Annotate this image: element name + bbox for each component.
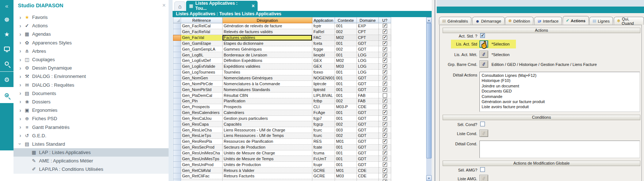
cell-contexte[interactable]: 003 — [335, 127, 357, 133]
cell-reference[interactable]: Gen_ResLieTps — [181, 133, 223, 139]
cell-reference[interactable]: Gen_ResSecProd — [181, 145, 223, 150]
table-row[interactable]: Gen_PlaDemCal Résultat CBN LIPLBIVAL 001… — [173, 93, 392, 98]
chevron-right-icon[interactable] — [17, 116, 23, 122]
table-row[interactable]: Gen_ResLieTps Liens Ressources - UM de T… — [173, 133, 392, 139]
cell-designation[interactable]: Nomenclatures à la Commande — [223, 81, 312, 87]
used-checkbox[interactable] — [383, 174, 387, 178]
cell-reference[interactable] — [181, 179, 223, 181]
cell-designation[interactable]: Génération de relevés de facture — [223, 23, 312, 29]
tree-item[interactable]: ⋔ Arbres — [14, 47, 169, 55]
cell-domaine[interactable]: GDT — [357, 150, 379, 156]
row-selector[interactable] — [173, 104, 181, 110]
cell-domaine[interactable] — [357, 179, 379, 181]
table-row[interactable]: Gen_ResSecProd Secteurs de Production fc… — [173, 145, 392, 150]
row-selector[interactable] — [173, 133, 181, 139]
cell-contexte[interactable]: M03-P — [335, 104, 357, 110]
used-checkbox[interactable] — [383, 53, 387, 57]
table-row[interactable]: Gen_LogEvtDef Définition Expéditions GEX… — [173, 58, 392, 64]
cell-used[interactable] — [379, 173, 391, 179]
cell-reference[interactable]: Gen_ResLieCha — [181, 127, 223, 133]
cell-designation[interactable]: Unités de Mesure de Charge — [223, 150, 312, 156]
cell-designation[interactable]: Définition Expéditions — [223, 58, 312, 64]
rail-favorites-button[interactable]: ★ — [0, 27, 14, 42]
cell-contexte[interactable]: 001 — [335, 162, 357, 168]
table-row[interactable]: Gen_GamGenpLA Gammes Génériques fcgge 00… — [173, 46, 392, 52]
table-row[interactable]: Gen_Prospects Prospects CLI M03-P CDE — [173, 104, 392, 110]
row-selector[interactable] — [173, 70, 181, 75]
column-header-reference[interactable]: Référence — [181, 17, 223, 23]
row-selector[interactable] — [173, 173, 181, 179]
table-row[interactable]: Gen_RetCliAVal Retours à Valider GCRE M0… — [173, 168, 392, 173]
column-header-domaine[interactable]: Domaine — [357, 17, 379, 23]
table-row[interactable]: Gen_ResCalendriers Calendriers FcAge 001… — [173, 110, 392, 116]
cell-contexte[interactable]: 001 — [335, 150, 357, 156]
grid-vertical-scrollbar[interactable]: ▲ ▼ — [426, 17, 432, 181]
cell-reference[interactable]: Gen_NomPtrStd — [181, 87, 223, 93]
row-selector[interactable] — [173, 75, 181, 81]
cell-designation[interactable]: Expéditions validées — [223, 64, 312, 70]
cell-used[interactable] — [379, 46, 391, 52]
cell-contexte[interactable]: 002 — [335, 121, 357, 127]
properties-tab[interactable]: ▤ Généralités — [439, 17, 471, 25]
properties-tab[interactable]: ☸ Définition — [505, 17, 534, 25]
cell-contexte[interactable] — [335, 179, 357, 181]
used-checkbox[interactable] — [383, 35, 387, 40]
chevron-right-icon[interactable] — [17, 141, 23, 147]
cell-reference[interactable]: Gen_LogEvtDef — [181, 58, 223, 64]
tree-item[interactable]: ◫ Couplages — [14, 55, 169, 64]
cell-application[interactable]: FAC — [312, 35, 335, 41]
cell-reference[interactable]: Gen_RetCliAVal — [181, 168, 223, 173]
table-row[interactable]: Gen_FacRelCal Génération de relevés de f… — [173, 23, 392, 29]
cell-contexte[interactable]: 002 — [335, 29, 357, 35]
cell-reference[interactable]: Gen_GamGenpLA — [181, 46, 223, 52]
cell-used[interactable] — [379, 52, 391, 58]
cell-designation[interactable]: Retours Facturés — [223, 173, 312, 179]
cell-domaine[interactable]: FAB — [357, 98, 379, 104]
row-selector[interactable] — [173, 52, 181, 58]
cell-reference[interactable]: Gen_PlaDemCal — [181, 93, 223, 98]
document-tab[interactable]: ▦ Listes Applicatives : Tou... × — [186, 1, 258, 11]
used-checkbox[interactable] — [383, 76, 387, 80]
used-checkbox[interactable] — [383, 116, 387, 121]
cell-used[interactable] — [379, 104, 391, 110]
cell-domaine[interactable]: CDE — [357, 168, 379, 173]
cell-reference[interactable]: Gen_FacRelVal — [181, 29, 223, 35]
table-row[interactable]: Gen_NomGen Nomenclatures Génériques NOGE… — [173, 75, 392, 81]
rail-screens-button[interactable] — [0, 42, 14, 56]
cell-application[interactable]: fcuma — [312, 150, 335, 156]
used-checkbox[interactable] — [383, 145, 387, 149]
cell-designation[interactable]: Capacités — [223, 121, 312, 127]
used-checkbox[interactable] — [383, 70, 387, 74]
select-all-corner[interactable] — [173, 17, 181, 23]
cell-reference[interactable]: Gen_FacRelCal — [181, 23, 223, 29]
cell-used[interactable] — [379, 58, 391, 64]
column-header-contexte[interactable]: Contexte — [335, 17, 357, 23]
used-checkbox[interactable] — [383, 162, 387, 167]
table-row[interactable]: Gen_ResResPla Ressources de Planificatio… — [173, 139, 392, 145]
cell-application[interactable]: fcurc — [312, 127, 335, 133]
cell-domaine[interactable]: GDT — [357, 127, 379, 133]
cell-reference[interactable]: Gen_Pln — [181, 98, 223, 104]
cell-reference[interactable]: Gen_ResUniMesTps — [181, 156, 223, 162]
cell-designation[interactable]: Relevés de factures validés — [223, 29, 312, 35]
column-header-application[interactable]: Application — [312, 17, 335, 23]
rail-settings-button[interactable]: ⚙ — [0, 72, 14, 87]
table-row[interactable]: Gen_NomPtrStd Nomenclatures Standards li… — [173, 87, 392, 93]
cell-domaine[interactable]: LOG — [357, 70, 379, 75]
cell-domaine[interactable]: GDT — [357, 75, 379, 81]
row-selector[interactable] — [173, 41, 181, 47]
lis-act-met-select-button[interactable]: ✐ — [479, 51, 488, 58]
tree-item[interactable]: ✓ Actions — [14, 21, 169, 30]
cell-contexte[interactable]: 001 — [335, 41, 357, 47]
tree-item[interactable]: ⚒ DIALOG : Environnement — [14, 72, 169, 80]
used-checkbox[interactable] — [383, 41, 387, 46]
detail-actions-box[interactable]: Consultation Lignes (Maj+F12)Historique … — [479, 72, 640, 112]
cell-application[interactable]: GCRE — [312, 168, 335, 173]
row-selector[interactable] — [173, 139, 181, 145]
chevron-right-icon[interactable] — [17, 124, 23, 130]
cell-designation[interactable]: Calendriers — [223, 110, 312, 116]
cell-application[interactable]: CLI — [312, 104, 335, 110]
tree-item[interactable]: ✿ Apparences Styles — [14, 39, 169, 47]
cell-application[interactable]: FcAge — [312, 110, 335, 116]
cell-used[interactable] — [379, 81, 391, 87]
